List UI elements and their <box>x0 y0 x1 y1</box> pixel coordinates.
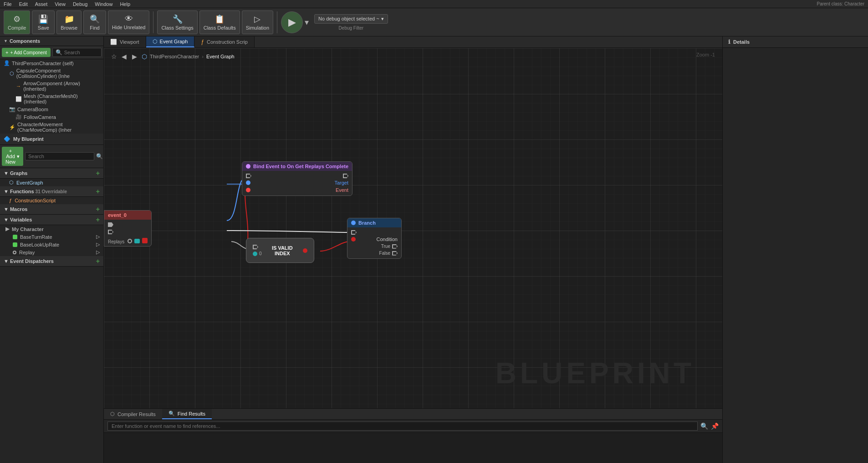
functions-add-icon[interactable]: + <box>96 188 100 195</box>
event-node[interactable]: event_0 Replays <box>104 210 152 247</box>
replays-red-box <box>142 238 148 243</box>
breadcrumb-graph-name: Event Graph <box>206 54 235 59</box>
graph-icon: ⬡ <box>9 180 14 185</box>
base-turn-rate-dot <box>13 235 17 239</box>
components-label: Components <box>10 38 40 44</box>
my-character-subsection[interactable]: ▶ My Character <box>0 225 103 233</box>
browse-icon: 📁 <box>64 14 74 24</box>
is-valid-node[interactable]: 0 IS VALID INDEX <box>246 238 314 263</box>
branch-exec-in-pin <box>351 230 357 235</box>
simulation-button[interactable]: ▷ Simulation <box>242 10 273 34</box>
save-button[interactable]: 💾 Save <box>32 10 55 34</box>
event-graph-tab-icon: ⬡ <box>153 38 157 45</box>
menu-debug[interactable]: Debug <box>73 1 87 7</box>
component-item-capsule[interactable]: ⬡ CapsuleComponent (CollisionCylinder) (… <box>0 67 103 80</box>
blueprint-watermark: BLUEPRINT <box>495 356 695 390</box>
branch-node[interactable]: Branch Condition True False <box>347 218 402 259</box>
find-lock-icon[interactable]: 📌 <box>711 422 719 430</box>
replays-pin-dot <box>128 239 132 243</box>
find-search-icon[interactable]: 🔍 <box>700 422 708 430</box>
macros-add-icon[interactable]: + <box>96 206 100 213</box>
hide-unrelated-button[interactable]: 👁 Hide Unrelated <box>108 10 149 34</box>
component-item-mesh[interactable]: ⬜ Mesh (CharacterMesh0) (Inherited) <box>0 93 103 105</box>
menu-view[interactable]: View <box>55 1 66 7</box>
dropdown-arrow-icon: ▾ <box>381 16 384 22</box>
replays-pin <box>128 238 148 244</box>
debug-object-dropdown[interactable]: No debug object selected ~ ▾ <box>314 14 388 24</box>
bind-event-node[interactable]: Bind Event to On Get Replays Complete Ta… <box>242 161 352 196</box>
add-component-button[interactable]: + + Add Component <box>2 48 51 57</box>
play-dropdown-arrow[interactable]: ▾ <box>305 17 309 27</box>
graphs-add-icon[interactable]: + <box>96 170 100 177</box>
hide-icon: 👁 <box>125 14 133 24</box>
breadcrumb-forward-button[interactable]: ▶ <box>130 52 139 61</box>
is-valid-inputs: 0 <box>253 245 262 256</box>
menu-file[interactable]: File <box>4 1 12 7</box>
event-dispatchers-add-icon[interactable]: + <box>96 257 100 265</box>
graphs-section[interactable]: ▼ Graphs + <box>0 168 103 179</box>
browse-button[interactable]: 📁 Browse <box>56 10 82 34</box>
variables-add-icon[interactable]: + <box>96 216 100 223</box>
play-icon: ▶ <box>288 16 296 28</box>
event-exec-out-pin <box>108 222 113 227</box>
branch-body: Condition True False <box>347 227 401 258</box>
components-toolbar: + + Add Component 🔍 <box>0 46 103 59</box>
blueprint-search-input[interactable] <box>25 152 94 160</box>
component-item-arrow[interactable]: → ArrowComponent (Arrow) (Inherited) <box>0 80 103 93</box>
components-search-input[interactable] <box>64 50 98 55</box>
component-item-follow-camera[interactable]: 🎥 FollowCamera <box>0 113 103 121</box>
construction-script-tab[interactable]: ƒ Construction Scrip <box>194 36 255 47</box>
components-section-header[interactable]: ▼ Components <box>0 36 103 46</box>
component-item-self[interactable]: 👤 ThirdPersonCharacter (self) <box>0 59 103 67</box>
simulation-icon: ▷ <box>254 14 260 24</box>
toolbar-separator-2 <box>277 11 277 33</box>
breadcrumb-back-button[interactable]: ◀ <box>120 52 128 61</box>
main-area: ▼ Components + + Add Component 🔍 👤 Third… <box>0 36 868 463</box>
base-look-up-rate-item[interactable]: BaseLookUpRate ▷ <box>0 241 103 248</box>
branch-false-row: False <box>347 250 401 257</box>
construction-script-item[interactable]: ƒ ConstructionScript <box>0 197 103 204</box>
tab-bar: ⬜ Viewport ⬡ Event Graph ƒ Construction … <box>104 36 722 48</box>
component-item-camera-boom[interactable]: 📷 CameraBoom <box>0 105 103 113</box>
find-results-area <box>104 433 722 463</box>
compiler-results-tab[interactable]: ⬡ Compiler Results <box>104 409 162 419</box>
find-bar: 🔍 📌 <box>104 420 722 433</box>
event-replays-row: Replays <box>104 237 151 246</box>
class-settings-button[interactable]: 🔧 Class Settings <box>157 10 197 34</box>
find-results-tab[interactable]: 🔍 Find Results <box>162 409 212 419</box>
movement-icon: ⚡ <box>9 124 15 130</box>
menu-window[interactable]: Window <box>95 1 112 7</box>
breadcrumb: ☆ ◀ ▶ ⬡ ThirdPersonCharacter › Event Gra… <box>111 52 235 61</box>
play-button[interactable]: ▶ <box>281 11 303 33</box>
find-input[interactable] <box>107 422 698 431</box>
branch-true-pin <box>392 244 398 249</box>
menu-asset[interactable]: Asset <box>35 1 48 7</box>
event-dispatchers-section[interactable]: ▼ Event Dispatchers + <box>0 256 103 267</box>
viewport-tab[interactable]: ⬜ Viewport <box>104 36 146 47</box>
compile-button[interactable]: ⚙ Compile <box>4 10 30 34</box>
menu-edit[interactable]: Edit <box>19 1 28 7</box>
person-icon: 👤 <box>4 60 10 66</box>
variables-section[interactable]: ▼ Variables + <box>0 215 103 225</box>
component-item-movement[interactable]: ⚡ CharacterMovement (CharMoveComp) (Inhe… <box>0 121 103 134</box>
replays-teal-box <box>134 239 140 243</box>
menu-help[interactable]: Help <box>120 1 130 7</box>
add-new-button[interactable]: + Add New ▾ <box>2 147 23 166</box>
breadcrumb-home-button[interactable]: ☆ <box>111 53 117 60</box>
event-graph-item[interactable]: ⬡ EventGraph <box>0 179 103 186</box>
bind-exec-row <box>242 173 352 179</box>
base-turn-rate-item[interactable]: BaseTurnRate ▷ <box>0 233 103 241</box>
functions-section[interactable]: ▼ Functions 31 Overridable + <box>0 186 103 197</box>
macros-section[interactable]: ▼ Macros + <box>0 204 103 215</box>
event-node-header: event_0 <box>104 211 151 220</box>
branch-true-row: True <box>347 243 401 250</box>
my-blueprint-header[interactable]: 🔷 My Blueprint <box>0 134 103 145</box>
class-defaults-button[interactable]: 📋 Class Defaults <box>199 10 240 34</box>
blueprint-canvas[interactable]: ☆ ◀ ▶ ⬡ ThirdPersonCharacter › Event Gra… <box>104 48 722 408</box>
bottom-panel: ⬡ Compiler Results 🔍 Find Results 🔍 📌 <box>104 408 722 463</box>
components-tree: 👤 ThirdPersonCharacter (self) ⬡ CapsuleC… <box>0 59 103 134</box>
arrow-icon: → <box>15 83 21 89</box>
replay-item[interactable]: Replay ▷ <box>0 248 103 256</box>
event-graph-tab[interactable]: ⬡ Event Graph <box>146 36 195 47</box>
find-button[interactable]: 🔍 Find <box>83 10 106 34</box>
